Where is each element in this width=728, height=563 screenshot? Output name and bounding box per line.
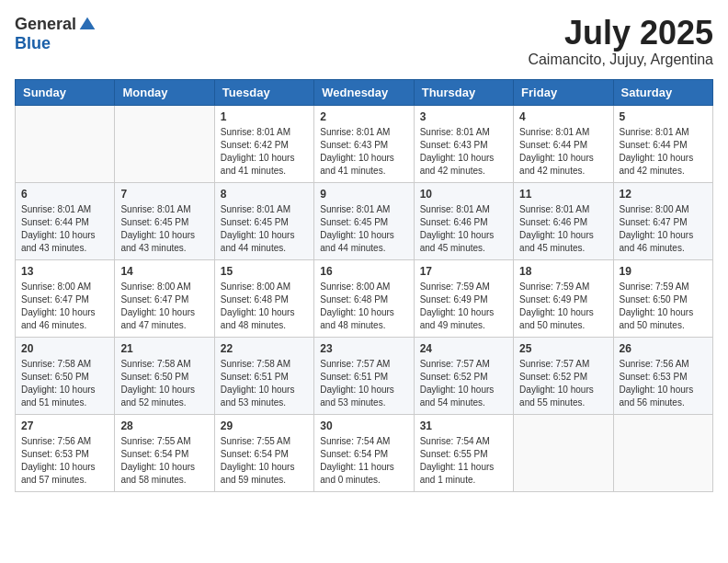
- day-number: 31: [420, 419, 507, 432]
- day-number: 22: [221, 342, 308, 355]
- day-info: Sunrise: 7:55 AMSunset: 6:54 PMDaylight:…: [221, 435, 308, 487]
- table-row: 18Sunrise: 7:59 AMSunset: 6:49 PMDayligh…: [514, 259, 613, 337]
- day-info: Sunrise: 7:59 AMSunset: 6:50 PMDaylight:…: [620, 281, 707, 332]
- day-info: Sunrise: 7:57 AMSunset: 6:52 PMDaylight:…: [420, 358, 507, 409]
- logo-blue: Blue: [15, 34, 51, 53]
- table-row: 5Sunrise: 8:01 AMSunset: 6:44 PMDaylight…: [613, 105, 712, 182]
- day-info: Sunrise: 7:59 AMSunset: 6:49 PMDaylight:…: [519, 281, 607, 332]
- calendar-week-row: 13Sunrise: 8:00 AMSunset: 6:47 PMDayligh…: [16, 259, 713, 337]
- day-info: Sunrise: 8:01 AMSunset: 6:44 PMDaylight:…: [519, 126, 607, 178]
- table-row: 11Sunrise: 8:01 AMSunset: 6:46 PMDayligh…: [514, 182, 613, 259]
- day-number: 19: [620, 265, 707, 278]
- calendar-week-row: 27Sunrise: 7:56 AMSunset: 6:53 PMDayligh…: [16, 414, 713, 491]
- day-info: Sunrise: 8:01 AMSunset: 6:45 PMDaylight:…: [221, 203, 308, 255]
- day-info: Sunrise: 8:00 AMSunset: 6:47 PMDaylight:…: [120, 281, 208, 332]
- day-number: 4: [519, 110, 607, 123]
- table-row: 20Sunrise: 7:58 AMSunset: 6:50 PMDayligh…: [16, 337, 115, 414]
- col-friday: Friday: [514, 79, 613, 105]
- day-number: 9: [320, 188, 407, 201]
- day-number: 24: [420, 342, 507, 355]
- calendar-week-row: 6Sunrise: 8:01 AMSunset: 6:44 PMDaylight…: [16, 182, 713, 259]
- table-row: 14Sunrise: 8:00 AMSunset: 6:47 PMDayligh…: [115, 259, 214, 337]
- col-saturday: Saturday: [613, 79, 712, 105]
- table-row: 19Sunrise: 7:59 AMSunset: 6:50 PMDayligh…: [613, 259, 712, 337]
- table-row: 17Sunrise: 7:59 AMSunset: 6:49 PMDayligh…: [414, 259, 513, 337]
- day-number: 11: [519, 188, 607, 201]
- day-info: Sunrise: 7:58 AMSunset: 6:50 PMDaylight:…: [120, 358, 208, 409]
- day-number: 7: [120, 188, 208, 201]
- day-number: 15: [221, 265, 308, 278]
- day-number: 26: [620, 342, 707, 355]
- day-info: Sunrise: 8:01 AMSunset: 6:43 PMDaylight:…: [420, 126, 507, 178]
- table-row: 21Sunrise: 7:58 AMSunset: 6:50 PMDayligh…: [115, 337, 214, 414]
- col-wednesday: Wednesday: [314, 79, 414, 105]
- day-number: 2: [320, 110, 407, 123]
- table-row: [16, 105, 115, 182]
- table-row: [514, 414, 613, 491]
- logo-icon: [78, 16, 97, 34]
- calendar-week-row: 20Sunrise: 7:58 AMSunset: 6:50 PMDayligh…: [16, 337, 713, 414]
- day-number: 13: [21, 265, 108, 278]
- table-row: 23Sunrise: 7:57 AMSunset: 6:51 PMDayligh…: [314, 337, 414, 414]
- calendar-week-row: 1Sunrise: 8:01 AMSunset: 6:42 PMDaylight…: [16, 105, 713, 182]
- table-row: 24Sunrise: 7:57 AMSunset: 6:52 PMDayligh…: [414, 337, 513, 414]
- day-number: 1: [221, 110, 308, 123]
- table-row: [115, 105, 214, 182]
- day-number: 16: [320, 265, 407, 278]
- svg-marker-0: [80, 17, 96, 29]
- title-area: July 2025 Caimancito, Jujuy, Argentina: [528, 15, 713, 68]
- day-number: 27: [21, 419, 108, 432]
- day-info: Sunrise: 8:01 AMSunset: 6:44 PMDaylight:…: [21, 203, 108, 255]
- table-row: 25Sunrise: 7:57 AMSunset: 6:52 PMDayligh…: [514, 337, 613, 414]
- calendar-header-row: Sunday Monday Tuesday Wednesday Thursday…: [16, 79, 713, 105]
- day-info: Sunrise: 8:01 AMSunset: 6:44 PMDaylight:…: [620, 126, 707, 178]
- day-info: Sunrise: 8:00 AMSunset: 6:47 PMDaylight:…: [620, 203, 707, 255]
- table-row: 9Sunrise: 8:01 AMSunset: 6:45 PMDaylight…: [314, 182, 414, 259]
- day-number: 10: [420, 188, 507, 201]
- logo: General Blue: [15, 15, 97, 53]
- day-info: Sunrise: 7:54 AMSunset: 6:55 PMDaylight:…: [420, 435, 507, 487]
- day-info: Sunrise: 8:01 AMSunset: 6:45 PMDaylight:…: [320, 203, 407, 255]
- col-sunday: Sunday: [16, 79, 115, 105]
- day-number: 30: [320, 419, 407, 432]
- table-row: 2Sunrise: 8:01 AMSunset: 6:43 PMDaylight…: [314, 105, 414, 182]
- day-number: 14: [120, 265, 208, 278]
- day-number: 21: [120, 342, 208, 355]
- day-info: Sunrise: 8:01 AMSunset: 6:46 PMDaylight:…: [519, 203, 607, 255]
- day-info: Sunrise: 8:01 AMSunset: 6:45 PMDaylight:…: [120, 203, 208, 255]
- day-info: Sunrise: 8:00 AMSunset: 6:47 PMDaylight:…: [21, 281, 108, 332]
- day-info: Sunrise: 7:57 AMSunset: 6:51 PMDaylight:…: [320, 358, 407, 409]
- month-title: July 2025: [528, 15, 713, 52]
- day-info: Sunrise: 8:01 AMSunset: 6:43 PMDaylight:…: [320, 126, 407, 178]
- table-row: 15Sunrise: 8:00 AMSunset: 6:48 PMDayligh…: [214, 259, 313, 337]
- day-info: Sunrise: 7:55 AMSunset: 6:54 PMDaylight:…: [120, 435, 208, 487]
- day-number: 12: [620, 188, 707, 201]
- table-row: 31Sunrise: 7:54 AMSunset: 6:55 PMDayligh…: [414, 414, 513, 491]
- day-number: 25: [519, 342, 607, 355]
- table-row: 4Sunrise: 8:01 AMSunset: 6:44 PMDaylight…: [514, 105, 613, 182]
- day-info: Sunrise: 7:58 AMSunset: 6:51 PMDaylight:…: [221, 358, 308, 409]
- day-info: Sunrise: 8:01 AMSunset: 6:42 PMDaylight:…: [221, 126, 308, 178]
- table-row: 12Sunrise: 8:00 AMSunset: 6:47 PMDayligh…: [613, 182, 712, 259]
- table-row: 13Sunrise: 8:00 AMSunset: 6:47 PMDayligh…: [16, 259, 115, 337]
- table-row: 6Sunrise: 8:01 AMSunset: 6:44 PMDaylight…: [16, 182, 115, 259]
- table-row: 27Sunrise: 7:56 AMSunset: 6:53 PMDayligh…: [16, 414, 115, 491]
- day-number: 28: [120, 419, 208, 432]
- table-row: 22Sunrise: 7:58 AMSunset: 6:51 PMDayligh…: [214, 337, 313, 414]
- day-number: 3: [420, 110, 507, 123]
- day-number: 20: [21, 342, 108, 355]
- table-row: 10Sunrise: 8:01 AMSunset: 6:46 PMDayligh…: [414, 182, 513, 259]
- col-tuesday: Tuesday: [214, 79, 313, 105]
- table-row: 26Sunrise: 7:56 AMSunset: 6:53 PMDayligh…: [613, 337, 712, 414]
- day-number: 5: [620, 110, 707, 123]
- calendar: Sunday Monday Tuesday Wednesday Thursday…: [15, 79, 713, 492]
- day-number: 8: [221, 188, 308, 201]
- day-number: 6: [21, 188, 108, 201]
- day-info: Sunrise: 7:59 AMSunset: 6:49 PMDaylight:…: [420, 281, 507, 332]
- table-row: 1Sunrise: 8:01 AMSunset: 6:42 PMDaylight…: [214, 105, 313, 182]
- table-row: 3Sunrise: 8:01 AMSunset: 6:43 PMDaylight…: [414, 105, 513, 182]
- logo-general: General: [15, 15, 76, 34]
- day-number: 23: [320, 342, 407, 355]
- day-info: Sunrise: 8:00 AMSunset: 6:48 PMDaylight:…: [320, 281, 407, 332]
- table-row: 8Sunrise: 8:01 AMSunset: 6:45 PMDaylight…: [214, 182, 313, 259]
